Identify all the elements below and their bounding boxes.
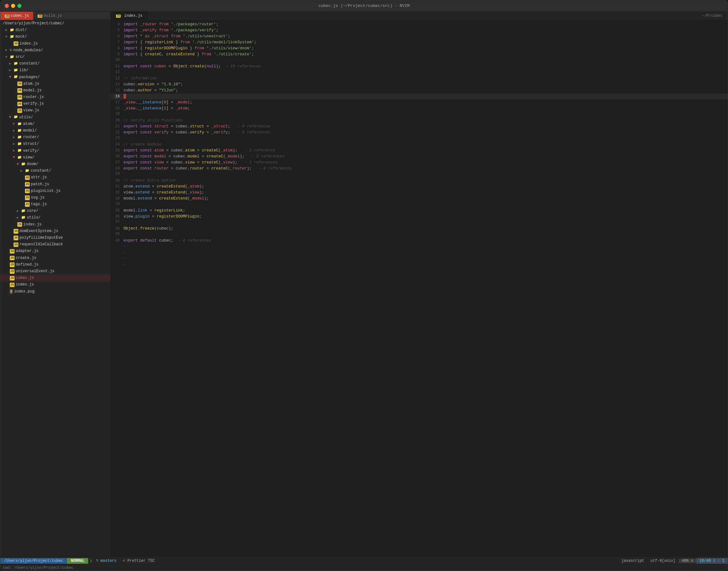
arrow-utils-src: ▼ xyxy=(9,115,14,120)
editor-tab-index[interactable]: JS index.js xyxy=(111,12,148,20)
code-text-11: export const cubec = Object.create(null)… xyxy=(124,64,728,70)
label-adapter-js: adapter.js xyxy=(16,248,38,254)
js-badge-universalevent: JS xyxy=(10,269,15,273)
sidebar-tab-build[interactable]: JSbuild.js xyxy=(33,12,66,20)
close-button[interactable] xyxy=(5,4,9,8)
col-label: 1 xyxy=(722,559,725,563)
line-num-28: 28 xyxy=(111,166,124,171)
label-tags-js: tags.js xyxy=(31,201,47,207)
tree-item-universalevent-js[interactable]: JS universalEvent.js xyxy=(0,268,111,275)
tree-item-model-js[interactable]: JS model.js xyxy=(0,87,111,94)
code-line-33: 33 model.extend = createExtend(_model); xyxy=(111,196,728,202)
tree-item-utils-src[interactable]: ▼ 📁 utils/ xyxy=(0,114,111,121)
code-line-22: 22 export const verify = cubec.verify = … xyxy=(111,130,728,136)
tree-item-polyfillime[interactable]: JS polyfillimeInputEve xyxy=(0,235,111,241)
tree-item-constant-dir2[interactable]: ▶ 📁 constant/ xyxy=(0,167,111,174)
cwd-bar: cwd: /Users/yijun/Project/cubec xyxy=(0,565,728,571)
maximize-button[interactable] xyxy=(17,4,21,8)
tree-item-utils-dir2[interactable]: ▶ 📁 utils/ xyxy=(0,214,111,221)
code-line-21: 21 export const struct = cubec.struct = … xyxy=(111,124,728,130)
tree-item-src[interactable]: ▼ 📁 src/ xyxy=(0,54,111,61)
tree-item-core-dir[interactable]: ▶ 📁 core/ xyxy=(0,208,111,214)
tree-item-create-js[interactable]: JS create.js xyxy=(0,255,111,261)
tree-item-src-index[interactable]: JS index.js xyxy=(0,221,111,228)
line-num-32: 32 xyxy=(111,190,124,195)
js-badge-domeventsystem: JS xyxy=(14,229,18,233)
line-num-21: 21 xyxy=(111,124,124,129)
tree-item-requestidle[interactable]: JS requestIdleCallback xyxy=(0,241,111,248)
folder-icon-constant: 📁 xyxy=(14,61,18,67)
line-num-37: 37 xyxy=(111,220,124,224)
folder-icon-mock: 📁 xyxy=(10,34,14,40)
tree-item-view-js[interactable]: JS view.js xyxy=(0,107,111,114)
label-model-dir: model/ xyxy=(23,128,37,134)
sidebar-tab-cubec[interactable]: JScubec.js xyxy=(0,12,33,20)
code-line-4: 4 import _router from './packages/router… xyxy=(111,21,728,27)
tree-item-view-dir[interactable]: ▼ 📁 view/ xyxy=(0,154,111,161)
line-num-35: 35 xyxy=(111,208,124,213)
js-badge-router: JS xyxy=(17,95,22,99)
tree-item-model-dir[interactable]: ▶ 📁 model/ xyxy=(0,127,111,134)
pug-badge-index: ≡ xyxy=(10,289,13,294)
main-area: JScubec.js JSbuild.js /Users/yijun/Proje… xyxy=(0,12,728,556)
tree-item-svg-js[interactable]: JS svg.js xyxy=(0,195,111,201)
tree-item-verify-js[interactable]: JS verify.js xyxy=(0,101,111,107)
arrow-src: ▼ xyxy=(5,55,10,60)
tree-item-router-dir[interactable]: ▶ 📁 router/ xyxy=(0,134,111,141)
tree-item-adapter-js[interactable]: JS adapter.js xyxy=(0,248,111,254)
code-text-4: import _router from './packages/router'; xyxy=(124,21,728,27)
tree-item-tags-js[interactable]: JS tags.js xyxy=(0,201,111,208)
code-text-17: _view.__instance[0] = _model; xyxy=(124,100,728,106)
label-doom-dir: doom/ xyxy=(27,161,38,167)
mode-label: NORMAL xyxy=(71,559,85,563)
tree-item-domeventsystem[interactable]: JS domEventSystem.js xyxy=(0,228,111,235)
tree-item-defined-js[interactable]: JS defined.js xyxy=(0,261,111,268)
arrow-mode: ❯ xyxy=(90,558,92,563)
code-text-13: // information xyxy=(124,76,728,82)
code-line-tilde1: ~ xyxy=(111,244,728,250)
arrow-atom-dir: ▶ xyxy=(13,121,17,126)
line-num-22: 22 xyxy=(111,130,124,135)
code-text-6: import * as _struct from './utils/usestr… xyxy=(124,33,728,39)
code-line-7: 7 import { registerLink } from './utils/… xyxy=(111,39,728,45)
tree-item-atom-js[interactable]: JS atom.js xyxy=(0,81,111,87)
line-num-8: 8 xyxy=(111,46,124,50)
js-badge-patch: JS xyxy=(25,182,30,187)
js-badge-view: JS xyxy=(17,108,22,113)
code-line-tilde4: ~ xyxy=(111,262,728,268)
code-line-31: 31 atom.extend = createExtend(_atom); xyxy=(111,184,728,190)
arrow-mock: ▼ xyxy=(5,34,10,39)
tree-item-atom-dir[interactable]: ▶ 📁 atom/ xyxy=(0,121,111,127)
status-filetype: javascript xyxy=(618,559,647,563)
tree-item-verify-dir[interactable]: ▶ 📁 verify/ xyxy=(0,148,111,154)
tree-item-dist[interactable]: ▶ 📁 dist/ xyxy=(0,27,111,33)
label-pluginlist-js: pluginList.js xyxy=(31,188,61,194)
folder-icon-verify-dir: 📁 xyxy=(17,148,22,154)
code-line-24: 24 // create module xyxy=(111,142,728,148)
tree-item-index-pug[interactable]: ≡ index.pug xyxy=(0,289,111,295)
tree-item-cubec-js[interactable]: JS cubec.js xyxy=(0,275,111,281)
tree-item-patch-js[interactable]: JS patch.js xyxy=(0,181,111,188)
tree-item-router-js[interactable]: JS router.js xyxy=(0,94,111,101)
tree-item-mock[interactable]: ▼ 📁 mock/ xyxy=(0,33,111,40)
code-line-16: 16 xyxy=(111,94,728,100)
tree-item-pluginlist-js[interactable]: JS pluginList.js xyxy=(0,188,111,195)
js-badge-pluginlist: JS xyxy=(25,189,30,193)
tree-item-lib[interactable]: ▶ 📁 lib/ xyxy=(0,67,111,74)
tree-item-index-js[interactable]: JS index.js xyxy=(0,281,111,288)
editor-content[interactable]: 4 import _router from './packages/router… xyxy=(111,20,728,556)
tree-item-constant[interactable]: ▶ 📁 constant/ xyxy=(0,61,111,67)
sidebar[interactable]: JScubec.js JSbuild.js /Users/yijun/Proje… xyxy=(0,12,111,556)
code-line-18: 18 _view.__instance[1] = _atom; xyxy=(111,106,728,112)
code-line-11: 11 export const cubec = Object.create(nu… xyxy=(111,64,728,70)
tree-item-packages[interactable]: ▼ 📁 packages/ xyxy=(0,74,111,81)
label-src-index: index.js xyxy=(23,222,42,228)
tree-item-attr-js[interactable]: JS attr.js xyxy=(0,174,111,181)
minimize-button[interactable] xyxy=(11,4,15,8)
tree-item-node-modules[interactable]: ▶ ⊙ node_modules/ xyxy=(0,47,111,54)
label-atom-js: atom.js xyxy=(23,81,39,87)
line-num-26: 26 xyxy=(111,154,124,159)
tree-item-doom-dir[interactable]: ▼ 📁 doom/ xyxy=(0,161,111,167)
tree-item-struct-dir[interactable]: ▶ 📁 struct/ xyxy=(0,141,111,147)
tree-item-mock-index[interactable]: JS index.js xyxy=(0,40,111,47)
